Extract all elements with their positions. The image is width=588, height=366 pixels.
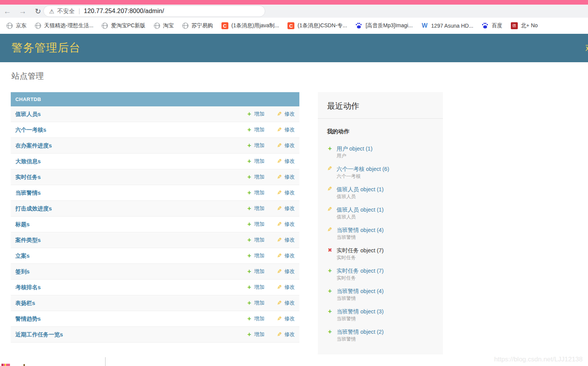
model-link[interactable]: 立案s [15, 252, 246, 260]
change-link[interactable]: 修改 [277, 205, 295, 212]
not-secure-label: 不安全 [57, 8, 74, 15]
add-link-label: 增加 [254, 111, 264, 118]
change-link[interactable]: 修改 [277, 221, 295, 228]
add-link[interactable]: 增加 [246, 205, 264, 212]
change-link[interactable]: 修改 [277, 300, 295, 306]
bookmark-item[interactable]: C (1条消息)用java制... [217, 20, 283, 31]
add-link[interactable]: 增加 [246, 157, 264, 165]
back-icon[interactable]: ← [1, 5, 14, 18]
bookmark-label: 天猫精选-理想生活... [44, 22, 93, 29]
change-link[interactable]: 修改 [277, 174, 295, 181]
table-row: 六个一考核s 增加 修改 [11, 122, 299, 138]
change-link-label: 修改 [284, 300, 295, 306]
model-link[interactable]: 六个一考核s [15, 126, 246, 134]
bookmark-favicon [355, 22, 362, 29]
action-object-link[interactable]: 用户 object (1) [337, 145, 372, 152]
change-link[interactable]: 修改 [277, 331, 295, 338]
plus-icon [246, 268, 252, 275]
change-link[interactable]: 修改 [277, 284, 295, 291]
change-link[interactable]: 修改 [277, 237, 295, 243]
pencil-icon [277, 315, 282, 322]
action-object-link[interactable]: 当班警情 object (3) [337, 308, 383, 315]
bookmark-item[interactable]: 京东 [2, 20, 31, 31]
add-link[interactable]: 增加 [246, 331, 264, 338]
action-object-link[interactable]: 实时任务 object (7) [337, 247, 383, 254]
model-link[interactable]: 大致信息s [15, 158, 246, 165]
plus-icon [246, 126, 252, 134]
add-link[interactable]: 增加 [246, 110, 264, 118]
pencil-icon [277, 221, 282, 228]
pencil-icon [277, 174, 282, 181]
action-type-icon [327, 328, 333, 343]
plus-icon [246, 157, 252, 165]
add-link[interactable]: 增加 [246, 236, 264, 244]
add-link[interactable]: 增加 [246, 299, 264, 307]
action-model-mini: 实时任务 [337, 254, 383, 261]
model-link[interactable]: 值班人员s [15, 111, 246, 118]
bookmark-item[interactable]: W 1297 Asuna HD... [417, 20, 477, 31]
action-object-link[interactable]: 值班人员 object (1) [337, 185, 383, 193]
model-link[interactable]: 表扬栏s [15, 300, 246, 307]
bookmark-item[interactable]: C (1条消息)CSDN-专... [283, 20, 351, 31]
app-caption-link[interactable]: CHARTDB [11, 92, 299, 106]
bookmark-item[interactable]: 爱淘宝PC新版 [97, 20, 149, 31]
model-link[interactable]: 在办案件进度s [15, 142, 246, 149]
model-link[interactable]: 当班警情s [15, 189, 246, 197]
change-link[interactable]: 修改 [277, 142, 295, 149]
action-type-icon [327, 287, 333, 302]
url-text[interactable]: 120.77.254.207:8000/admin/ [84, 8, 164, 15]
bookmark-favicon: 德 [511, 22, 518, 29]
forward-icon[interactable]: → [16, 5, 29, 18]
add-link[interactable]: 增加 [246, 126, 264, 134]
bookmark-item[interactable]: 淘宝 [150, 20, 178, 31]
pencil-icon [277, 126, 282, 133]
bookmark-item[interactable]: 天猫精选-理想生活... [31, 20, 97, 31]
reload-icon[interactable]: ↻ [31, 5, 45, 18]
action-object-link[interactable]: 当班警情 object (4) [337, 287, 383, 295]
add-link[interactable]: 增加 [246, 220, 264, 228]
address-bar[interactable]: ⚠ 不安全 | 120.77.254.207:8000/admin/ [43, 5, 265, 17]
bookmark-item[interactable]: 苏宁易购 [178, 20, 217, 31]
change-link[interactable]: 修改 [277, 158, 295, 165]
model-link[interactable]: 实时任务s [15, 174, 246, 181]
bookmark-item[interactable]: [高音质Mp3]Imagi... [351, 20, 417, 31]
model-link[interactable]: 近期工作任务一览s [15, 331, 246, 338]
change-link-label: 修改 [284, 315, 295, 322]
model-link[interactable]: 标题s [15, 221, 246, 228]
change-link[interactable]: 修改 [277, 252, 295, 259]
action-object-link[interactable]: 实时任务 object (7) [337, 267, 383, 275]
change-link[interactable]: 修改 [277, 315, 295, 322]
change-link[interactable]: 修改 [277, 126, 295, 133]
model-link[interactable]: 打击成效进度s [15, 205, 246, 212]
app-model-table: CHARTDB 值班人员s 增加 修改 六个一考核s [11, 92, 299, 343]
model-link[interactable]: 警情趋势s [15, 315, 246, 323]
action-object-link[interactable]: 当班警情 object (4) [337, 226, 383, 234]
add-link[interactable]: 增加 [246, 315, 264, 323]
csdn-watermark: https://blog.csdn.net/LJJ12138 [494, 356, 583, 363]
model-link[interactable]: 案件类型s [15, 237, 246, 244]
window-fragment-strip [2, 364, 10, 366]
add-link[interactable]: 增加 [246, 142, 264, 149]
action-object-link[interactable]: 值班人员 object (1) [337, 206, 383, 214]
change-link[interactable]: 修改 [277, 189, 295, 196]
action-object-link[interactable]: 六个一考核 object (6) [337, 165, 389, 173]
bookmark-favicon [182, 23, 188, 29]
bookmark-item[interactable]: 百度 [477, 20, 507, 31]
not-secure-warning-icon[interactable]: ⚠ [49, 8, 54, 14]
action-object-link[interactable]: 当班警情 object (2) [337, 328, 383, 336]
pencil-icon [277, 205, 282, 212]
model-link[interactable]: 考核排名s [15, 284, 246, 291]
add-link[interactable]: 增加 [246, 268, 264, 275]
site-title-link[interactable]: 警务管理后台 [12, 40, 81, 56]
add-link[interactable]: 增加 [246, 189, 264, 197]
add-link[interactable]: 增加 [246, 252, 264, 260]
bookmark-item[interactable]: 德 北+ No [507, 20, 542, 31]
model-link[interactable]: 签到s [15, 268, 246, 275]
action-type-icon [327, 165, 333, 180]
change-link[interactable]: 修改 [277, 268, 295, 275]
add-link[interactable]: 增加 [246, 173, 264, 181]
action-model-mini: 值班人员 [337, 193, 383, 200]
change-link[interactable]: 修改 [277, 111, 295, 118]
bookmark-label: 北+ No [521, 22, 538, 29]
add-link[interactable]: 增加 [246, 283, 264, 291]
